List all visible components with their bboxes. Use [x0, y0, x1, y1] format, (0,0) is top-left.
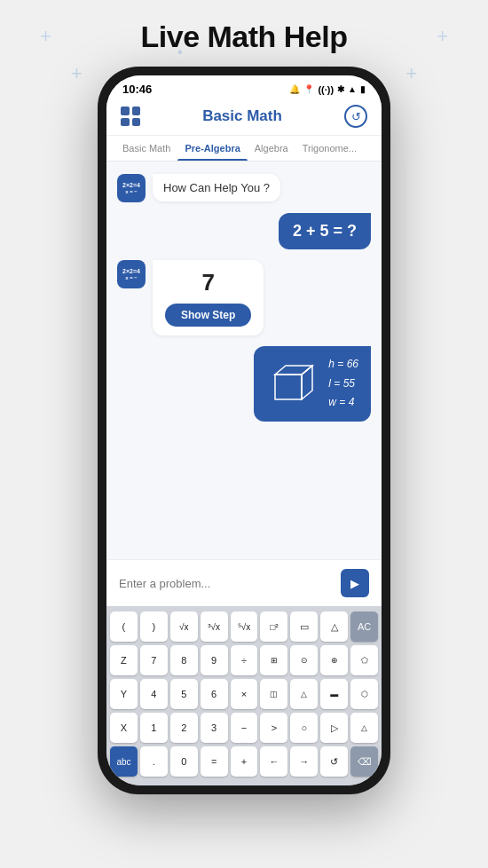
problem-input[interactable]	[119, 577, 334, 590]
key-pentagon[interactable]: ⬠	[350, 645, 378, 675]
grid-dot-2	[132, 107, 141, 115]
key-minus[interactable]: −	[231, 713, 258, 743]
key-backspace[interactable]: ⌫	[350, 746, 378, 777]
bluetooth-icon: ✱	[337, 84, 344, 94]
key-box-shape[interactable]: ◫	[260, 679, 287, 709]
key-fraction[interactable]: ⊞	[260, 645, 287, 675]
key-tri-outline[interactable]: △	[290, 679, 318, 709]
key-7[interactable]: 7	[140, 645, 168, 675]
tab-bar: Basic Math Pre-Algebra Algebra Trigonome…	[106, 136, 382, 162]
keyboard-row-2: Z 7 8 9 ÷ ⊞ ⊙ ⊕ ⬠	[110, 645, 378, 675]
box-stats: h = 66 l = 55 w = 4	[328, 355, 358, 413]
keyboard-row-1: ( ) √x ³√x ⁵√x □² ▭ △ AC	[110, 612, 378, 642]
cube-icon	[266, 357, 319, 410]
answer-card: 2×2=4 x = − 7 Show Step	[117, 260, 371, 335]
key-close-paren[interactable]: )	[140, 612, 168, 642]
keyboard-row-5: abc . 0 = + ← → ↺ ⌫	[110, 746, 378, 777]
key-plus[interactable]: +	[231, 746, 258, 777]
tab-basic-math[interactable]: Basic Math	[115, 136, 177, 161]
grid-menu-icon[interactable]	[121, 107, 140, 126]
key-equals[interactable]: =	[201, 746, 228, 777]
bot-greeting-bubble: How Can Help You ?	[153, 174, 280, 201]
key-cbrt[interactable]: ³√x	[201, 612, 228, 642]
bot-avatar-2: 2×2=4 x = −	[117, 260, 146, 288]
key-cylinder[interactable]: ⊙	[290, 645, 318, 675]
status-time: 10:46	[122, 83, 152, 96]
key-8[interactable]: 8	[170, 645, 198, 675]
bot-greeting-text: How Can Help You ?	[163, 181, 270, 194]
keyboard-row-4: X 1 2 3 − > ○ ▷ △	[110, 713, 378, 743]
key-x[interactable]: X	[110, 713, 138, 743]
key-triangle-shape[interactable]: △	[320, 612, 348, 642]
key-tri-2[interactable]: △	[350, 713, 378, 743]
phone-frame: 10:46 🔔 📍 ((·)) ✱ ▲ ▮ Basic Math ↺	[98, 67, 390, 794]
box-bubble: h = 66 l = 55 w = 4	[254, 346, 371, 422]
key-sqrt[interactable]: √x	[170, 612, 198, 642]
key-rect-shape[interactable]: ▬	[320, 679, 348, 709]
battery-icon: ▮	[360, 84, 366, 94]
status-bar: 10:46 🔔 📍 ((·)) ✱ ▲ ▮	[106, 75, 382, 99]
svg-rect-0	[275, 375, 302, 399]
tab-pre-algebra[interactable]: Pre-Algebra	[177, 136, 247, 161]
key-circle-minus[interactable]: ⊕	[320, 645, 348, 675]
box-l: l = 55	[328, 375, 358, 394]
notification-icon: 🔔	[289, 84, 300, 94]
key-2[interactable]: 2	[170, 713, 198, 743]
wifi-icon: ((·))	[318, 84, 334, 95]
box-w: w = 4	[328, 393, 358, 413]
grid-dot-1	[121, 107, 130, 115]
deco-plus-3: +	[71, 62, 83, 85]
tab-trigonometry[interactable]: Trigonome...	[295, 136, 364, 161]
history-button[interactable]: ↺	[344, 105, 367, 128]
bot-avatar: 2×2=4 x = −	[117, 174, 146, 202]
svg-line-5	[302, 366, 312, 375]
key-hex[interactable]: ⬡	[350, 679, 378, 709]
key-abc[interactable]: abc	[110, 746, 138, 777]
key-1[interactable]: 1	[140, 713, 168, 743]
answer-number: 7	[201, 269, 214, 296]
key-open-paren[interactable]: (	[110, 612, 138, 642]
app-title: Basic Math	[202, 107, 282, 125]
key-square[interactable]: □²	[260, 612, 287, 642]
key-divide[interactable]: ÷	[231, 645, 258, 675]
input-bar: ▶	[106, 559, 382, 606]
key-3[interactable]: 3	[201, 713, 228, 743]
send-icon: ▶	[350, 577, 359, 590]
show-step-button[interactable]: Show Step	[165, 304, 251, 327]
grid-dot-3	[121, 118, 130, 127]
key-0[interactable]: 0	[170, 746, 198, 777]
key-z[interactable]: Z	[110, 645, 138, 675]
key-y[interactable]: Y	[110, 679, 138, 709]
user-question-bubble: 2 + 5 = ?	[279, 213, 371, 249]
key-ac[interactable]: AC	[350, 612, 378, 642]
key-6[interactable]: 6	[201, 679, 228, 709]
history-icon: ↺	[351, 110, 361, 123]
box-h: h = 66	[328, 355, 358, 375]
key-arrow-left[interactable]: ←	[260, 746, 287, 777]
deco-plus-1: +	[40, 25, 51, 48]
tab-algebra[interactable]: Algebra	[248, 136, 295, 161]
grid-dot-4	[132, 118, 141, 127]
chat-area: 2×2=4 x = − How Can Help You ? 2 + 5 = ?	[106, 162, 382, 559]
answer-box: 7 Show Step	[153, 260, 264, 335]
key-5rt[interactable]: ⁵√x	[231, 612, 258, 642]
key-greater-than[interactable]: >	[260, 713, 287, 743]
key-4[interactable]: 4	[140, 679, 168, 709]
key-circle[interactable]: ○	[290, 713, 318, 743]
key-9[interactable]: 9	[201, 645, 228, 675]
deco-dot-1: •	[177, 44, 183, 60]
key-play-icon[interactable]: ▷	[320, 713, 348, 743]
keyboard-row-3: Y 4 5 6 × ◫ △ ▬ ⬡	[110, 679, 378, 709]
status-icons: 🔔 📍 ((·)) ✱ ▲ ▮	[289, 84, 366, 95]
bot-greeting-message: 2×2=4 x = − How Can Help You ?	[117, 174, 371, 202]
key-dot[interactable]: .	[140, 746, 168, 777]
app-header: Basic Math ↺	[106, 99, 382, 136]
send-button[interactable]: ▶	[341, 569, 369, 597]
key-refresh[interactable]: ↺	[320, 746, 348, 777]
key-arrow-right[interactable]: →	[290, 746, 318, 777]
key-multiply[interactable]: ×	[231, 679, 258, 709]
key-square-shape[interactable]: ▭	[290, 612, 318, 642]
deco-plus-2: +	[437, 25, 448, 48]
phone-screen: 10:46 🔔 📍 ((·)) ✱ ▲ ▮ Basic Math ↺	[106, 75, 382, 785]
key-5[interactable]: 5	[170, 679, 198, 709]
